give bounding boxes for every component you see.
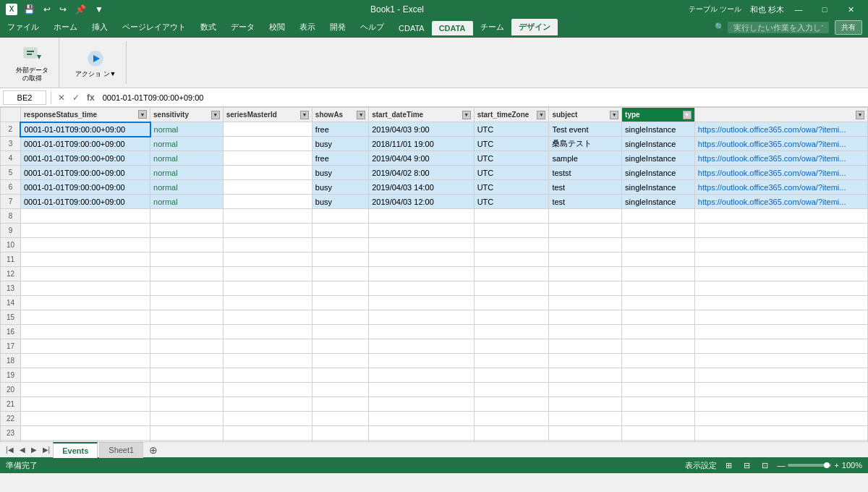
col-BG-header[interactable]: seriesMasterId ▼	[223, 108, 312, 122]
empty-cell[interactable]	[549, 412, 622, 426]
empty-cell[interactable]	[369, 310, 474, 325]
tab-design[interactable]: デザイン	[511, 19, 558, 35]
empty-cell[interactable]	[369, 296, 474, 310]
empty-cell[interactable]	[150, 441, 224, 442]
sheet-nav-next[interactable]: ▶	[28, 444, 40, 455]
view-settings-label[interactable]: 表示設定	[685, 460, 717, 471]
col-BE-header[interactable]: responseStatus_time ▼	[20, 108, 150, 122]
empty-cell[interactable]	[694, 368, 867, 383]
empty-cell[interactable]	[223, 397, 312, 412]
tab-view[interactable]: 表示	[292, 19, 323, 35]
cell-BE7[interactable]: 0001-01-01T09:00:00+09:00	[20, 195, 150, 209]
action-btn[interactable]: アクショ ン▼	[71, 44, 120, 81]
tab-data[interactable]: データ	[224, 19, 262, 35]
empty-cell[interactable]	[474, 209, 549, 224]
empty-cell[interactable]	[694, 296, 867, 310]
zoom-plus[interactable]: +	[834, 461, 838, 470]
empty-cell[interactable]	[549, 426, 622, 441]
cell-BH3[interactable]: busy	[312, 137, 368, 151]
empty-cell[interactable]	[369, 354, 474, 368]
empty-cell[interactable]	[694, 253, 867, 267]
cell-reference-box[interactable]	[3, 90, 46, 105]
empty-cell[interactable]	[150, 339, 224, 354]
empty-cell[interactable]	[369, 441, 474, 442]
empty-cell[interactable]	[312, 383, 368, 397]
empty-cell[interactable]	[694, 354, 867, 368]
empty-cell[interactable]	[150, 281, 224, 296]
empty-cell[interactable]	[549, 281, 622, 296]
col-BJ-header[interactable]: start_timeZone ▼	[474, 108, 549, 122]
empty-cell[interactable]	[549, 383, 622, 397]
empty-cell[interactable]	[369, 412, 474, 426]
cell-BI7[interactable]: 2019/04/03 12:00	[369, 195, 474, 209]
empty-cell[interactable]	[694, 397, 867, 412]
cell-BH2[interactable]: free	[312, 122, 368, 137]
empty-cell[interactable]	[223, 325, 312, 339]
cell-BG4[interactable]	[223, 151, 312, 166]
empty-cell[interactable]	[20, 281, 150, 296]
empty-cell[interactable]	[622, 224, 695, 238]
add-sheet-btn[interactable]: ⊕	[145, 444, 162, 456]
empty-cell[interactable]	[223, 209, 312, 224]
empty-cell[interactable]	[622, 253, 695, 267]
col-BI-header[interactable]: start_dateTime ▼	[369, 108, 474, 122]
cell-BE2[interactable]: 0001-01-01T09:00:00+09:00	[20, 122, 150, 137]
col-BJ-filter[interactable]: ▼	[537, 111, 545, 119]
empty-cell[interactable]	[622, 296, 695, 310]
cell-BH6[interactable]: busy	[312, 180, 368, 195]
search-input[interactable]	[728, 22, 829, 33]
col-BK-header[interactable]: subject ▼	[549, 108, 622, 122]
sheet-tab-sheet1[interactable]: Sheet1	[99, 442, 143, 458]
empty-cell[interactable]	[694, 238, 867, 253]
empty-cell[interactable]	[20, 368, 150, 383]
empty-cell[interactable]	[694, 426, 867, 441]
empty-cell[interactable]	[474, 441, 549, 442]
empty-cell[interactable]	[474, 281, 549, 296]
cell-BJ3[interactable]: UTC	[474, 137, 549, 151]
empty-cell[interactable]	[312, 368, 368, 383]
cell-BJ4[interactable]: UTC	[474, 151, 549, 166]
cell-BJ7[interactable]: UTC	[474, 195, 549, 209]
empty-cell[interactable]	[20, 224, 150, 238]
empty-cell[interactable]	[150, 224, 224, 238]
empty-cell[interactable]	[20, 310, 150, 325]
empty-cell[interactable]	[369, 383, 474, 397]
empty-cell[interactable]	[223, 354, 312, 368]
empty-cell[interactable]	[694, 383, 867, 397]
empty-cell[interactable]	[549, 354, 622, 368]
empty-cell[interactable]	[223, 441, 312, 442]
cell-BM2[interactable]: https://outlook.office365.com/owa/?itemi…	[694, 122, 867, 137]
empty-cell[interactable]	[369, 238, 474, 253]
empty-cell[interactable]	[549, 339, 622, 354]
empty-cell[interactable]	[474, 224, 549, 238]
empty-cell[interactable]	[549, 253, 622, 267]
empty-cell[interactable]	[622, 441, 695, 442]
empty-cell[interactable]	[223, 281, 312, 296]
cell-BK2[interactable]: Test event	[549, 122, 622, 137]
cell-BF5[interactable]: normal	[150, 166, 224, 180]
cell-BL2[interactable]: singleInstance	[622, 122, 695, 137]
share-button[interactable]: 共有	[835, 20, 862, 35]
empty-cell[interactable]	[223, 253, 312, 267]
empty-cell[interactable]	[20, 253, 150, 267]
cell-BG2[interactable]	[223, 122, 312, 137]
tab-file[interactable]: ファイル	[0, 19, 46, 35]
empty-cell[interactable]	[474, 310, 549, 325]
empty-cell[interactable]	[369, 209, 474, 224]
sheet-nav-first[interactable]: |◀	[3, 444, 17, 455]
empty-cell[interactable]	[223, 368, 312, 383]
col-BM-header[interactable]: ▼	[694, 108, 867, 122]
tab-cdata2[interactable]: CDATA	[432, 21, 473, 35]
empty-cell[interactable]	[622, 426, 695, 441]
empty-cell[interactable]	[20, 296, 150, 310]
cell-BG5[interactable]	[223, 166, 312, 180]
col-BF-filter[interactable]: ▼	[211, 111, 220, 119]
empty-cell[interactable]	[622, 412, 695, 426]
cell-BF4[interactable]: normal	[150, 151, 224, 166]
empty-cell[interactable]	[20, 339, 150, 354]
empty-cell[interactable]	[474, 325, 549, 339]
empty-cell[interactable]	[474, 397, 549, 412]
col-BK-filter[interactable]: ▼	[610, 111, 618, 119]
insert-function-btn[interactable]: fx	[85, 93, 97, 103]
empty-cell[interactable]	[312, 281, 368, 296]
